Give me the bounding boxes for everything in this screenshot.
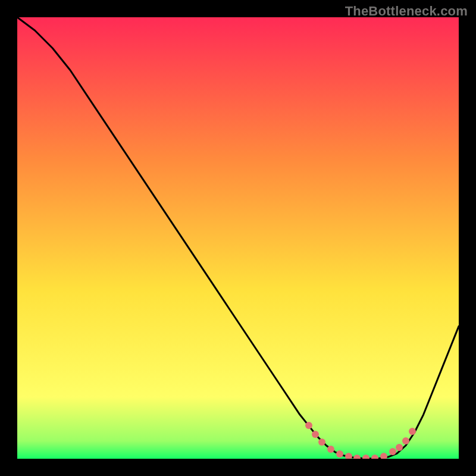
bottleneck-curve	[17, 17, 459, 459]
highlight-marker	[371, 455, 378, 459]
highlight-marker	[380, 453, 387, 459]
highlight-marker	[312, 431, 319, 438]
highlight-marker	[327, 446, 334, 453]
highlight-marker	[305, 422, 312, 429]
plot-area	[17, 17, 459, 459]
highlight-marker	[402, 437, 409, 444]
highlight-marker	[409, 428, 416, 435]
highlight-marker	[318, 439, 325, 446]
highlight-marker	[396, 444, 403, 451]
highlight-marker	[362, 455, 369, 459]
highlight-marker	[389, 448, 396, 455]
highlight-marker	[353, 455, 361, 459]
watermark-text: TheBottleneck.com	[345, 4, 468, 19]
curve-layer	[17, 17, 459, 459]
highlight-marker	[345, 453, 352, 459]
chart-container: TheBottleneck.com	[0, 0, 476, 476]
highlight-marker	[336, 450, 343, 458]
